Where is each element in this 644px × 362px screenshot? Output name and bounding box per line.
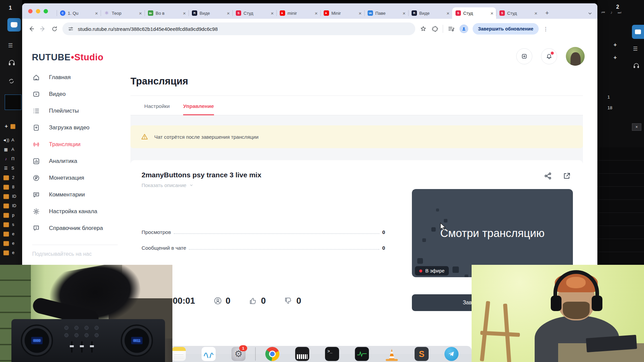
extensions-icon[interactable] bbox=[431, 25, 438, 33]
audio-wave-app-icon[interactable] bbox=[202, 347, 216, 361]
browser-tab[interactable]: C1. Qu× bbox=[57, 7, 101, 19]
gear-icon bbox=[32, 208, 40, 215]
reload-button[interactable] bbox=[51, 25, 58, 33]
new-tab-button[interactable]: + bbox=[542, 8, 552, 18]
track-row[interactable]: ♪П bbox=[3, 154, 22, 164]
system-settings-icon[interactable]: ⚙1 bbox=[231, 347, 246, 361]
browser-menu-icon[interactable]: ⋮ bbox=[543, 28, 546, 30]
sidebar-item-channel-settings[interactable]: Настройка канала bbox=[22, 203, 130, 220]
daw-add-icon[interactable]: + bbox=[613, 42, 617, 48]
daw-bookmark-tile-icon[interactable] bbox=[632, 25, 644, 39]
tab-search-chevron-icon[interactable] bbox=[587, 11, 593, 16]
tab-control[interactable]: Управление bbox=[183, 103, 214, 115]
terminal-app-icon[interactable] bbox=[325, 347, 339, 361]
sidebar-item-home[interactable]: Главная bbox=[22, 69, 130, 86]
prev-icon[interactable]: ⏮ bbox=[601, 10, 605, 15]
bookmark-star-icon[interactable] bbox=[420, 25, 427, 33]
tab-close-icon[interactable]: × bbox=[95, 11, 98, 16]
zoom-window-button[interactable] bbox=[44, 9, 48, 13]
track-row[interactable]: ▦А bbox=[3, 145, 22, 154]
stream-preview[interactable]: Смотри трансляцию В эфире bbox=[412, 189, 573, 277]
chrome-app-icon[interactable] bbox=[265, 347, 279, 361]
daw-lines-icon[interactable]: ☰ bbox=[8, 42, 13, 49]
sidebar-item-upload[interactable]: Загрузка видео bbox=[22, 119, 130, 136]
film-icon: ▦ bbox=[3, 147, 8, 152]
external-link-icon[interactable] bbox=[562, 172, 571, 180]
telegram-app-icon[interactable] bbox=[444, 347, 459, 361]
track-row[interactable]: ID bbox=[3, 192, 22, 201]
daw-bookmark-tile-icon[interactable] bbox=[7, 18, 21, 32]
daw-headphones-icon[interactable] bbox=[633, 62, 640, 68]
daw-lines-icon[interactable]: ☰ bbox=[633, 46, 638, 52]
track-row[interactable]: ☰S bbox=[3, 164, 22, 173]
sidebar-item-playlists[interactable]: Плейлисты bbox=[22, 103, 130, 119]
browser-tab[interactable]: RВиде× bbox=[189, 7, 232, 19]
daw-sync-icon[interactable] bbox=[8, 78, 15, 84]
track-row[interactable]: p bbox=[3, 210, 22, 220]
forward-button[interactable] bbox=[39, 25, 47, 33]
home-icon bbox=[32, 74, 40, 81]
user-avatar[interactable] bbox=[566, 47, 585, 66]
close-icon[interactable]: × bbox=[632, 123, 641, 131]
track-row[interactable]: 8 bbox=[3, 182, 22, 192]
site-info-icon[interactable] bbox=[68, 26, 74, 32]
track-row[interactable]: 2 bbox=[3, 173, 22, 182]
address-bar[interactable]: studio.rutube.ru/stream/388c62b1d45e40ee… bbox=[62, 22, 415, 35]
track-row[interactable]: e bbox=[3, 239, 22, 248]
show-description-link[interactable]: Показать описание bbox=[142, 182, 194, 188]
browser-tab[interactable]: SСтуд× bbox=[496, 7, 540, 19]
midi-keyboard-app-icon[interactable] bbox=[295, 347, 309, 361]
tab-close-icon[interactable]: × bbox=[402, 11, 406, 16]
tab-close-icon[interactable]: × bbox=[139, 11, 142, 16]
sidebar-item-blogger-guide[interactable]: Справочник блогера bbox=[22, 220, 130, 237]
next-icon[interactable]: ⏭ bbox=[618, 10, 622, 15]
playlist-music-icon[interactable] bbox=[447, 25, 455, 33]
browser-tab[interactable]: ▶minir× bbox=[276, 7, 320, 19]
finish-update-button[interactable]: Завершить обновление bbox=[473, 23, 539, 35]
browser-tab[interactable]: BrВо в× bbox=[145, 7, 189, 19]
browser-tab[interactable]: SСтуд× bbox=[232, 7, 276, 19]
browser-tab-active[interactable]: SСтуд× bbox=[452, 7, 496, 19]
track-row[interactable]: ID bbox=[3, 201, 22, 210]
vlc-app-icon[interactable] bbox=[385, 347, 399, 361]
tab-close-icon[interactable]: × bbox=[534, 11, 537, 16]
minimize-window-button[interactable] bbox=[36, 9, 40, 13]
tab-close-icon[interactable]: × bbox=[183, 11, 186, 16]
tab-close-icon[interactable]: × bbox=[271, 11, 274, 16]
youtube-favicon: ▶ bbox=[280, 10, 285, 16]
tab-close-icon[interactable]: × bbox=[227, 11, 230, 16]
sidebar-item-monetization[interactable]: Монетизация bbox=[22, 170, 130, 186]
tab-close-icon[interactable]: × bbox=[315, 11, 318, 16]
browser-tab[interactable]: ⚛Теор× bbox=[101, 7, 145, 19]
daw-headphones-icon[interactable] bbox=[8, 59, 15, 66]
rutube-studio-logo[interactable]: RUTUBE•Studio bbox=[32, 52, 103, 63]
daw-transport-icons[interactable]: ⏮♪⏭ bbox=[601, 10, 622, 15]
browser-tab[interactable]: VKПаве× bbox=[364, 7, 408, 19]
sublime-text-icon[interactable]: S bbox=[415, 347, 429, 361]
tab-close-icon[interactable]: × bbox=[446, 11, 449, 16]
close-window-button[interactable] bbox=[28, 9, 33, 13]
track-row[interactable]: e bbox=[3, 248, 22, 257]
back-button[interactable] bbox=[28, 25, 35, 33]
tab-settings[interactable]: Настройки bbox=[144, 103, 170, 115]
share-icon[interactable] bbox=[544, 172, 552, 180]
track-row[interactable]: e bbox=[3, 229, 22, 239]
create-upload-button[interactable] bbox=[516, 48, 532, 64]
track-row[interactable]: s bbox=[3, 220, 22, 229]
activity-monitor-icon[interactable] bbox=[355, 347, 369, 361]
track-row[interactable]: ◄))А bbox=[3, 135, 22, 145]
sidebar-item-comments[interactable]: Комментарии bbox=[22, 186, 130, 203]
sidebar-item-streams[interactable]: Трансляции bbox=[22, 136, 130, 153]
daw-add-track-row[interactable]: + bbox=[5, 123, 15, 129]
browser-profile-icon[interactable] bbox=[460, 24, 468, 33]
notes-app-icon[interactable] bbox=[172, 347, 186, 361]
daw-add-icon[interactable]: + bbox=[613, 54, 617, 61]
notifications-bell-icon[interactable] bbox=[541, 48, 557, 64]
sidebar-item-analytics[interactable]: Аналитика bbox=[22, 153, 130, 170]
daw-thumbnail[interactable] bbox=[5, 95, 21, 110]
tab-close-icon[interactable]: × bbox=[490, 11, 493, 16]
sidebar-item-video[interactable]: Видео bbox=[22, 86, 130, 103]
browser-tab[interactable]: RВиде× bbox=[408, 7, 452, 19]
browser-tab[interactable]: ▶Minir× bbox=[320, 7, 364, 19]
tab-close-icon[interactable]: × bbox=[359, 11, 362, 16]
